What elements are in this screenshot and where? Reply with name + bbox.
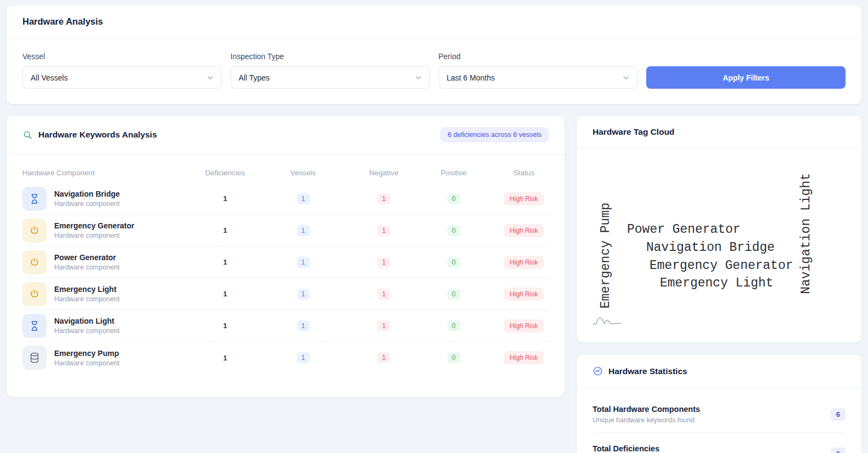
component-name: Navigation Light: [54, 317, 120, 325]
deficiencies-summary-badge: 6 deficiencies across 6 vessels: [440, 127, 549, 142]
statistics-title: Hardware Statistics: [608, 366, 687, 376]
negative-value: 1: [377, 225, 390, 236]
trend-chart-icon: [593, 366, 603, 376]
inspection-type-select[interactable]: All Types: [231, 66, 430, 89]
power-icon: [22, 250, 47, 274]
vessel-filter-label: Vessel: [22, 52, 222, 61]
inspection-type-filter-group: Inspection Type All Types: [231, 52, 430, 89]
table-row: Emergency Light Hardware component 1 1 1…: [22, 278, 549, 310]
column-hardware-component: Hardware Component: [22, 169, 203, 177]
tag-cloud-title: Hardware Tag Cloud: [593, 127, 675, 137]
hourglass-icon: [22, 187, 47, 211]
database-icon: [22, 346, 47, 370]
stat-label: Total Deficiencies: [593, 444, 671, 453]
tag-word: Emergency Pump: [599, 203, 613, 308]
vessels-value: 1: [297, 257, 310, 268]
component-name: Emergency Generator: [54, 221, 134, 230]
vessel-filter-group: Vessel All Vessels: [22, 52, 222, 89]
status-badge: High Risk: [504, 319, 544, 332]
positive-value: 0: [447, 352, 461, 363]
power-icon: [22, 282, 47, 306]
page-header: Hardware Analysis: [7, 5, 861, 39]
status-badge: High Risk: [504, 224, 544, 237]
hardware-statistics-card: Hardware Statistics Total Hardware Compo…: [576, 354, 862, 453]
positive-value: 0: [447, 193, 461, 204]
negative-value: 1: [377, 257, 390, 268]
table-header-row: Hardware Component Deficiencies Vessels …: [22, 162, 549, 183]
vessels-value: 1: [297, 193, 310, 204]
table-row: Navigation Light Hardware component 1 1 …: [22, 310, 549, 342]
component-name: Emergency Pump: [54, 349, 120, 358]
component-subtitle: Hardware component: [54, 295, 120, 303]
tag-cloud-header: Hardware Tag Cloud: [577, 116, 861, 149]
statistics-header: Hardware Statistics: [577, 354, 861, 388]
component-subtitle: Hardware component: [54, 200, 120, 208]
component-name: Emergency Light: [54, 285, 120, 294]
stat-label: Total Hardware Components: [593, 405, 700, 414]
chevron-down-icon: [622, 73, 630, 82]
tag-cloud-body: Emergency Pump Power Generator Navigatio…: [577, 149, 861, 342]
keywords-table: Hardware Component Deficiencies Vessels …: [7, 154, 565, 388]
component-name: Navigation Bridge: [54, 190, 120, 198]
inspection-type-filter-label: Inspection Type: [231, 52, 430, 61]
status-badge: High Risk: [504, 288, 544, 301]
page-title: Hardware Analysis: [22, 16, 846, 27]
positive-value: 0: [447, 225, 461, 236]
vessels-value: 1: [297, 225, 310, 236]
hourglass-icon: [22, 314, 47, 338]
period-select[interactable]: Last 6 Months: [439, 66, 638, 89]
positive-value: 0: [447, 320, 461, 331]
tag-word: Navigation Light: [799, 173, 813, 294]
filters-row: Vessel All Vessels Inspection Type All T…: [7, 39, 861, 104]
status-badge: High Risk: [504, 256, 544, 269]
statistics-body: Total Hardware Components Unique hardwar…: [577, 388, 861, 453]
deficiencies-value: 1: [203, 290, 247, 298]
hardware-tag-cloud-card: Hardware Tag Cloud Emergency Pump Power …: [576, 115, 862, 343]
apply-filters-button[interactable]: Apply Filters: [646, 66, 846, 89]
deficiencies-value: 1: [203, 194, 247, 203]
status-badge: High Risk: [504, 192, 544, 205]
vessels-value: 1: [297, 289, 310, 300]
period-select-value: Last 6 Months: [447, 73, 495, 82]
hardware-keywords-card: Hardware Keywords Analysis 6 deficiencie…: [6, 115, 565, 398]
period-filter-label: Period: [439, 52, 638, 61]
vessels-value: 1: [297, 352, 310, 363]
deficiencies-value: 1: [203, 258, 247, 266]
table-row: Emergency Pump Hardware component 1 1 1 …: [22, 342, 549, 374]
main-content: Hardware Keywords Analysis 6 deficiencie…: [6, 115, 862, 453]
power-icon: [22, 219, 47, 243]
sparkline-icon: [592, 313, 623, 329]
column-deficiencies: Deficiencies: [203, 169, 247, 177]
component-subtitle: Hardware component: [54, 359, 120, 367]
column-status: Status: [499, 169, 549, 177]
component-subtitle: Hardware component: [54, 327, 120, 335]
column-vessels: Vessels: [247, 169, 359, 177]
negative-value: 1: [377, 289, 390, 300]
stat-item: Total Hardware Components Unique hardwar…: [593, 400, 846, 433]
deficiencies-value: 1: [203, 322, 247, 330]
component-subtitle: Hardware component: [54, 232, 134, 239]
column-negative: Negative: [359, 169, 409, 177]
table-row: Navigation Bridge Hardware component 1 1…: [22, 183, 549, 215]
stat-description: Unique hardware keywords found: [593, 416, 700, 424]
component-name: Power Generator: [54, 253, 120, 262]
stat-item: Total Deficiencies Hardware-related find…: [593, 440, 846, 453]
vessel-select[interactable]: All Vessels: [22, 66, 222, 89]
status-badge: High Risk: [504, 351, 544, 364]
tag-word: Emergency Generator: [649, 259, 793, 273]
keywords-card-title: Hardware Keywords Analysis: [38, 130, 157, 140]
table-row: Emergency Generator Hardware component 1…: [22, 215, 549, 246]
negative-value: 1: [377, 320, 390, 331]
vessels-value: 1: [297, 320, 310, 331]
filters-card: Hardware Analysis Vessel All Vessels Ins…: [6, 4, 862, 105]
component-subtitle: Hardware component: [54, 263, 120, 271]
positive-value: 0: [447, 289, 461, 300]
column-positive: Positive: [409, 169, 499, 177]
stat-value-badge: 6: [831, 448, 846, 453]
table-row: Power Generator Hardware component 1 1 1…: [22, 246, 549, 278]
stat-value-badge: 6: [831, 408, 846, 421]
chevron-down-icon: [206, 73, 215, 82]
tag-word: Power Generator: [627, 222, 740, 237]
vessel-select-value: All Vessels: [31, 73, 68, 82]
deficiencies-value: 1: [203, 354, 247, 362]
